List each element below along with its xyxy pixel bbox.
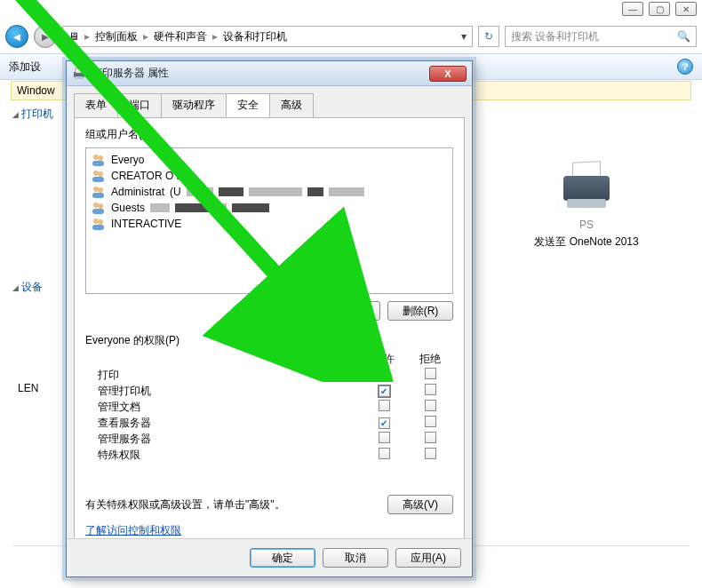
svg-rect-14: [92, 209, 104, 214]
breadcrumb-sep: ▸: [143, 30, 148, 43]
svg-point-3: [93, 155, 99, 160]
category-sidebar: 打印机 设备: [12, 107, 66, 302]
crumb-control-panel[interactable]: 控制面板: [95, 29, 138, 44]
allow-checkbox[interactable]: ✔: [379, 385, 390, 397]
deny-checkbox[interactable]: [425, 384, 436, 395]
remove-button[interactable]: 删除(R): [387, 301, 453, 321]
permission-name: 管理服务器: [85, 432, 361, 447]
printer-label-suffix: PS: [524, 219, 649, 231]
deny-checkbox[interactable]: [425, 368, 436, 379]
item-label: CREATOR O ER: [111, 170, 191, 182]
apply-button[interactable]: 应用(A): [395, 548, 461, 568]
permission-name: 查看服务器: [85, 416, 361, 431]
printer-item[interactable]: PS 发送至 OneNote 2013: [524, 160, 649, 250]
minimize-button[interactable]: —: [622, 2, 643, 16]
crumb-devices-printers[interactable]: 设备和打印机: [223, 29, 287, 44]
search-placeholder: 搜索 设备和打印机: [511, 29, 599, 44]
search-icon: 🔍: [677, 30, 690, 43]
group-icon: [92, 201, 106, 215]
tab-ports[interactable]: 端口: [117, 93, 162, 117]
window-controls: — ▢ ✕: [622, 2, 697, 16]
permission-row: 管理打印机✔: [85, 383, 453, 399]
permission-row: 管理服务器: [85, 431, 453, 447]
svg-point-16: [98, 219, 103, 225]
list-item[interactable]: CREATOR O ER: [92, 168, 447, 184]
permission-row: 查看服务器✔: [85, 415, 453, 431]
allow-checkbox[interactable]: [379, 448, 390, 459]
close-button[interactable]: ✕: [675, 2, 697, 16]
forward-button[interactable]: ►: [34, 25, 57, 48]
crumb-hardware-sound[interactable]: 硬件和声音: [154, 29, 207, 44]
redaction: [232, 203, 269, 212]
print-server-properties-dialog: 打印服务器 属性 X 表单 端口 驱动程序 安全 高级 组或用户名(G): Ev…: [66, 60, 473, 577]
help-icon[interactable]: ?: [677, 59, 693, 75]
column-deny: 拒绝: [407, 352, 453, 367]
tab-advanced[interactable]: 高级: [269, 93, 314, 117]
permission-name: 打印: [85, 368, 361, 383]
group-or-user-label: 组或用户名(G):: [85, 127, 453, 142]
item-label: Guests: [111, 202, 145, 214]
list-item[interactable]: INTERACTIVE: [92, 216, 447, 232]
back-button[interactable]: ◄: [5, 25, 28, 48]
redaction: [329, 187, 364, 196]
tab-drivers[interactable]: 驱动程序: [161, 93, 227, 117]
dialog-titlebar[interactable]: 打印服务器 属性 X: [67, 61, 472, 86]
address-bar[interactable]: 🖥 ▸ 控制面板 ▸ 硬件和声音 ▸ 设备和打印机 ▾: [62, 26, 473, 47]
refresh-button[interactable]: ↻: [478, 26, 499, 47]
allow-checkbox[interactable]: [379, 400, 390, 411]
svg-point-6: [93, 171, 99, 176]
svg-point-4: [98, 155, 103, 161]
group-user-list[interactable]: Everyo CREATOR O ER Administrat (U Guest…: [85, 147, 453, 294]
item-label-mid: (U: [170, 186, 181, 198]
permission-row: 打印✔: [85, 367, 453, 383]
advanced-hint-row: 有关特殊权限或高级设置，请单击"高级"。 高级(V): [85, 495, 453, 514]
permissions-grid: 允许 拒绝 打印✔管理打印机✔管理文档查看服务器✔管理服务器特殊权限: [85, 352, 453, 463]
deny-checkbox[interactable]: [425, 432, 436, 443]
tab-security[interactable]: 安全: [226, 93, 270, 117]
dialog-button-row: 确定 取消 应用(A): [67, 538, 472, 576]
tab-forms[interactable]: 表单: [74, 93, 118, 117]
deny-checkbox[interactable]: [425, 416, 436, 427]
maximize-button[interactable]: ▢: [649, 2, 670, 16]
add-button[interactable]: 添加(D)...: [315, 301, 380, 321]
permission-row: 特殊权限: [85, 447, 453, 463]
group-icon: [92, 153, 106, 167]
redaction: [187, 187, 213, 196]
address-dropdown-icon[interactable]: ▾: [461, 30, 467, 43]
device-label: LEN: [18, 382, 38, 394]
allow-checkbox[interactable]: [379, 432, 390, 443]
list-item[interactable]: Guests: [92, 200, 447, 216]
deny-checkbox[interactable]: [425, 448, 436, 459]
list-item[interactable]: Administrat (U: [92, 184, 447, 200]
svg-rect-17: [92, 225, 104, 230]
learn-access-control-link[interactable]: 了解访问控制和权限: [85, 523, 181, 538]
allow-checkbox[interactable]: ✔: [379, 417, 390, 429]
search-box[interactable]: 搜索 设备和打印机 🔍: [505, 26, 697, 47]
list-item[interactable]: Everyo: [92, 152, 447, 168]
redaction: [175, 203, 209, 212]
column-allow: 允许: [361, 352, 407, 367]
svg-point-9: [93, 187, 99, 192]
cancel-button[interactable]: 取消: [323, 548, 388, 568]
breadcrumb-sep: ▸: [212, 30, 218, 43]
svg-rect-5: [92, 161, 104, 166]
info-bar-text: Window: [17, 84, 55, 97]
advanced-button[interactable]: 高级(V): [387, 495, 453, 514]
ok-button[interactable]: 确定: [250, 548, 315, 568]
allow-checkbox[interactable]: ✔: [379, 369, 390, 381]
svg-rect-8: [92, 177, 104, 182]
group-icon: [92, 217, 106, 231]
permission-name: 管理文档: [85, 400, 361, 415]
dialog-close-button[interactable]: X: [429, 66, 467, 82]
tab-strip: 表单 端口 驱动程序 安全 高级: [67, 86, 472, 117]
nav-bar: ◄ ► 🖥 ▸ 控制面板 ▸ 硬件和声音 ▸ 设备和打印机 ▾ ↻ 搜索 设备和…: [0, 23, 702, 50]
printer-icon: [72, 67, 86, 81]
svg-rect-2: [75, 76, 84, 79]
category-devices[interactable]: 设备: [12, 280, 66, 295]
breadcrumb-sep: ▸: [84, 30, 90, 43]
add-device-button[interactable]: 添加设: [9, 60, 41, 75]
group-icon: [92, 185, 106, 199]
deny-checkbox[interactable]: [425, 400, 436, 411]
svg-point-13: [98, 203, 103, 209]
category-printers[interactable]: 打印机: [12, 107, 66, 122]
